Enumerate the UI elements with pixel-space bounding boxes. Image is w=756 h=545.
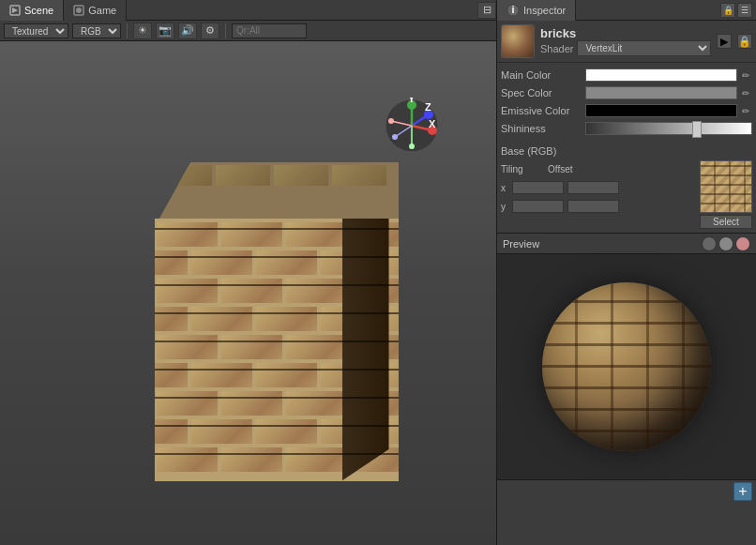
emissive-color-value: ✏ <box>585 104 752 117</box>
texture-row: Tiling Offset x 1 0 y 1 0 <box>501 160 752 229</box>
material-name: bricks <box>540 26 711 40</box>
material-lock-btn[interactable]: 🔒 <box>737 34 752 49</box>
minimize-btn[interactable]: ⊟ <box>477 2 496 19</box>
tiling-label: Tiling <box>501 164 548 174</box>
main-color-label: Main Color <box>501 69 585 81</box>
spec-color-swatch[interactable] <box>585 86 737 99</box>
tiling-y-input[interactable]: 1 <box>512 200 564 213</box>
sun-btn[interactable]: ☀ <box>133 23 152 39</box>
offset-label: Offset <box>548 164 595 174</box>
effects-btn[interactable]: ⚙ <box>201 23 219 39</box>
scene-tab[interactable]: Scene <box>0 0 64 21</box>
tiling-x-row: x 1 0 <box>501 179 696 196</box>
svg-text:i: i <box>511 4 514 15</box>
viewport-tab-bar: Scene Game ⊟ <box>0 0 496 21</box>
svg-text:X: X <box>429 118 436 129</box>
material-preview-icon <box>501 24 535 58</box>
main-color-row: Main Color ✏ <box>501 67 752 83</box>
expand-btn[interactable]: ▶ <box>717 34 732 49</box>
game-icon <box>73 5 84 16</box>
texture-controls: Tiling Offset x 1 0 y 1 0 <box>501 160 696 217</box>
inspector-tab-label: Inspector <box>523 5 566 16</box>
toolbar-separator-2 <box>225 23 226 38</box>
material-header: bricks Shader VertexLit ▶ 🔒 <box>497 21 756 63</box>
game-tab-label: Game <box>88 5 116 16</box>
properties-table: Main Color ✏ Spec Color ✏ Emissive Color <box>497 63 756 142</box>
svg-point-17 <box>409 144 415 149</box>
main-color-swatch[interactable] <box>585 68 737 82</box>
lock-btn[interactable]: 🔒 <box>720 3 735 18</box>
inspector-controls: 🔒 ☰ <box>720 3 756 18</box>
orientation-gizmo[interactable]: Z Y X <box>384 98 440 154</box>
emissive-color-row: Emissive Color ✏ <box>501 102 752 119</box>
render-mode-select[interactable]: Textured <box>4 23 68 38</box>
offset-x-input[interactable]: 0 <box>567 181 619 194</box>
y-label-1: y <box>501 202 512 212</box>
cube-right-face <box>342 219 389 481</box>
texture-thumb-container: Select <box>700 160 752 229</box>
camera-btn[interactable]: 📷 <box>156 23 174 39</box>
preview-toggle-btn-3[interactable] <box>735 236 750 251</box>
svg-point-3 <box>76 8 82 13</box>
brick-scene: Z Y X <box>0 41 496 545</box>
channel-select[interactable]: RGB <box>72 23 121 38</box>
svg-text:Z: Z <box>425 101 431 113</box>
x-label-1: x <box>501 183 512 193</box>
shininess-value <box>585 122 752 135</box>
tiling-header-row: Tiling Offset <box>501 160 696 177</box>
bottom-bar: + <box>497 479 756 503</box>
shader-label: Shader <box>540 43 573 54</box>
inspector-tab-bar: i Inspector 🔒 ☰ <box>497 0 756 21</box>
tiling-y-row: y 1 0 <box>501 198 696 215</box>
sphere-preview <box>542 282 711 451</box>
spec-color-picker-btn[interactable]: ✏ <box>739 86 752 99</box>
spec-color-value: ✏ <box>585 86 752 99</box>
texture-thumbnail[interactable] <box>700 160 752 213</box>
inspector-panel: i Inspector 🔒 ☰ bricks Shader VertexLit <box>497 0 756 545</box>
shininess-row: Shininess <box>501 120 752 137</box>
emissive-color-label: Emissive Color <box>501 105 585 116</box>
options-btn[interactable]: ☰ <box>737 3 752 18</box>
base-rgb-label: Base (RGB) <box>501 145 752 157</box>
viewport-toolbar: Textured RGB ☀ 📷 🔊 ⚙ <box>0 21 496 41</box>
sphere-brick-overlay <box>542 282 711 451</box>
gizmo-svg: Z Y X <box>384 98 440 154</box>
audio-btn[interactable]: 🔊 <box>178 23 197 39</box>
preview-toggle-btn-2[interactable] <box>718 236 733 251</box>
preview-viewport <box>497 254 756 479</box>
select-texture-btn[interactable]: Select <box>700 215 752 229</box>
inspector-tab[interactable]: i Inspector <box>497 0 576 21</box>
shininess-thumb[interactable] <box>692 121 702 138</box>
texture-section: Base (RGB) Tiling Offset x 1 0 <box>497 142 756 233</box>
toolbar-separator-1 <box>127 23 128 38</box>
material-info: bricks Shader VertexLit <box>540 26 711 56</box>
svg-point-19 <box>388 118 394 124</box>
inspector-tab-icon: i <box>507 4 520 17</box>
preview-panel: Preview <box>497 233 756 479</box>
shininess-label: Shininess <box>501 123 585 134</box>
main-container: Scene Game ⊟ Textured RGB ☀ 📷 <box>0 0 756 545</box>
spec-color-label: Spec Color <box>501 87 585 98</box>
tiling-x-input[interactable]: 1 <box>512 181 564 194</box>
left-panel: Scene Game ⊟ Textured RGB ☀ 📷 <box>0 0 497 545</box>
shininess-slider[interactable] <box>585 122 752 135</box>
emissive-color-picker-btn[interactable]: ✏ <box>739 104 752 117</box>
preview-header: Preview <box>497 234 756 254</box>
search-input[interactable] <box>232 23 307 38</box>
brick-cube <box>108 162 389 462</box>
preview-toggle-btn-1[interactable] <box>702 236 717 251</box>
add-component-btn[interactable]: + <box>733 482 752 501</box>
offset-y-input[interactable]: 0 <box>567 200 619 213</box>
scene-tab-label: Scene <box>24 5 53 16</box>
emissive-color-swatch[interactable] <box>585 104 737 117</box>
main-color-value: ✏ <box>585 68 752 82</box>
game-tab[interactable]: Game <box>64 0 127 21</box>
preview-title: Preview <box>503 238 700 250</box>
svg-point-15 <box>392 134 398 140</box>
shader-row: Shader VertexLit <box>540 40 711 56</box>
scene-icon <box>9 5 21 16</box>
spec-color-row: Spec Color ✏ <box>501 84 752 101</box>
scene-viewport: Z Y X <box>0 41 496 545</box>
main-color-picker-btn[interactable]: ✏ <box>739 68 752 82</box>
shader-select[interactable]: VertexLit <box>577 40 711 56</box>
